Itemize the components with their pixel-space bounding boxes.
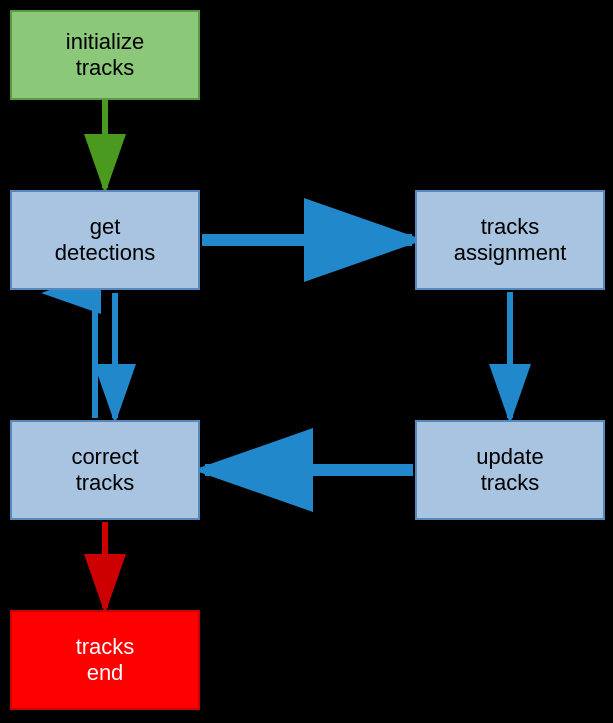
flowchart: initializetracks getdetections tracksass… (0, 0, 613, 723)
get-detections-box: getdetections (10, 190, 200, 290)
tracks-end-box: tracksend (10, 610, 200, 710)
tracks-assignment-label: tracksassignment (454, 214, 567, 267)
update-tracks-box: updatetracks (415, 420, 605, 520)
get-detections-label: getdetections (55, 214, 155, 267)
initialize-tracks-box: initializetracks (10, 10, 200, 100)
initialize-tracks-label: initializetracks (66, 29, 144, 82)
correct-tracks-label: correcttracks (71, 444, 138, 497)
correct-tracks-box: correcttracks (10, 420, 200, 520)
tracks-assignment-box: tracksassignment (415, 190, 605, 290)
update-tracks-label: updatetracks (476, 444, 543, 497)
tracks-end-label: tracksend (76, 634, 135, 687)
